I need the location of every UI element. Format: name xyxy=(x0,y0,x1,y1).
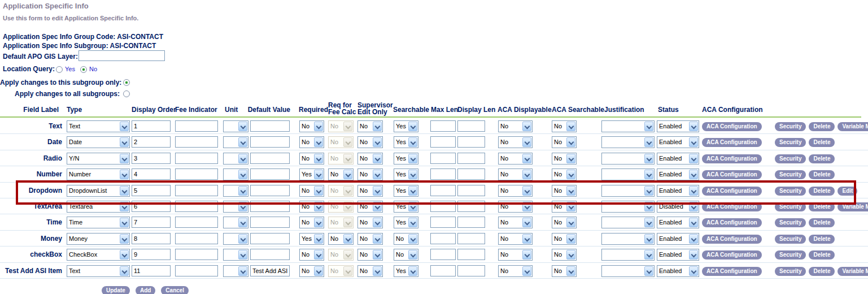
req-fee-calc-select[interactable]: No xyxy=(328,201,354,213)
type-select[interactable]: Money xyxy=(67,233,130,245)
unit-select[interactable] xyxy=(223,136,248,148)
fee-indicator-input[interactable] xyxy=(175,249,218,260)
aca-configuration-button[interactable]: ACA Configuration xyxy=(702,235,762,244)
display-order-input[interactable] xyxy=(132,185,171,196)
aca-searchable-select[interactable]: No xyxy=(552,168,577,180)
unit-select[interactable] xyxy=(223,185,248,197)
req-fee-calc-select[interactable]: No xyxy=(328,233,354,245)
aca-configuration-button[interactable]: ACA Configuration xyxy=(702,122,762,131)
security-button[interactable]: Security xyxy=(775,250,806,260)
aca-configuration-button[interactable]: ACA Configuration xyxy=(702,187,762,196)
aca-configuration-button[interactable]: ACA Configuration xyxy=(702,154,762,163)
searchable-select[interactable]: Yes xyxy=(394,185,418,197)
req-fee-calc-select[interactable]: No xyxy=(328,168,354,180)
max-len-input[interactable] xyxy=(430,201,456,212)
type-select[interactable]: DropdownList xyxy=(67,185,130,197)
justification-select[interactable] xyxy=(601,136,655,148)
type-select[interactable]: Y/N xyxy=(67,153,130,165)
aca-displayable-select[interactable]: No xyxy=(498,136,533,148)
default-value-input[interactable] xyxy=(250,120,290,132)
fee-indicator-input[interactable] xyxy=(175,136,218,148)
supervisor-edit-only-select[interactable]: No xyxy=(357,136,383,148)
type-select[interactable]: Date xyxy=(67,136,130,148)
display-len-input[interactable] xyxy=(457,201,485,212)
aca-displayable-select[interactable]: No xyxy=(498,217,533,228)
display-len-input[interactable] xyxy=(457,168,485,180)
delete-button[interactable]: Delete xyxy=(809,235,835,244)
supervisor-edit-only-select[interactable]: No xyxy=(357,201,383,213)
required-select[interactable]: Yes xyxy=(299,233,324,245)
aca-displayable-select[interactable]: No xyxy=(498,265,533,277)
type-select[interactable]: CheckBox xyxy=(67,249,130,261)
unit-select[interactable] xyxy=(223,153,248,165)
required-select[interactable]: No xyxy=(299,249,324,261)
default-value-input[interactable] xyxy=(250,265,290,276)
required-select[interactable]: No xyxy=(299,201,324,213)
display-order-input[interactable] xyxy=(132,168,171,180)
req-fee-calc-select[interactable]: No xyxy=(328,185,354,197)
aca-configuration-button[interactable]: ACA Configuration xyxy=(702,138,762,147)
fee-indicator-input[interactable] xyxy=(175,168,218,180)
default-value-input[interactable] xyxy=(250,249,290,260)
aca-configuration-button[interactable]: ACA Configuration xyxy=(702,170,762,179)
searchable-select[interactable]: No xyxy=(394,249,418,261)
max-len-input[interactable] xyxy=(430,120,456,132)
supervisor-edit-only-select[interactable]: No xyxy=(357,217,383,228)
max-len-input[interactable] xyxy=(430,185,456,196)
fee-indicator-input[interactable] xyxy=(175,217,218,228)
required-select[interactable]: Yes xyxy=(299,168,324,180)
fee-indicator-input[interactable] xyxy=(175,120,218,132)
justification-select[interactable] xyxy=(601,185,655,197)
security-button[interactable]: Security xyxy=(775,267,806,276)
display-len-input[interactable] xyxy=(457,249,485,260)
aca-displayable-select[interactable]: No xyxy=(498,233,533,245)
security-button[interactable]: Security xyxy=(775,235,806,244)
required-select[interactable]: No xyxy=(299,265,324,277)
justification-select[interactable] xyxy=(601,153,655,165)
fee-indicator-input[interactable] xyxy=(175,201,218,212)
supervisor-edit-only-select[interactable]: No xyxy=(357,153,383,165)
supervisor-edit-only-select[interactable]: No xyxy=(357,265,383,277)
unit-select[interactable] xyxy=(223,168,248,180)
status-select[interactable]: Enabled xyxy=(657,249,699,261)
unit-select[interactable] xyxy=(223,201,248,213)
security-button[interactable]: Security xyxy=(775,122,806,131)
delete-button[interactable]: Delete xyxy=(809,250,835,260)
security-button[interactable]: Security xyxy=(775,154,806,163)
fee-indicator-input[interactable] xyxy=(175,233,218,244)
req-fee-calc-select[interactable]: No xyxy=(328,265,354,277)
justification-select[interactable] xyxy=(601,249,655,261)
req-fee-calc-select[interactable]: No xyxy=(328,120,354,132)
searchable-select[interactable]: Yes xyxy=(394,201,418,213)
status-select[interactable]: Enabled xyxy=(657,168,699,180)
supervisor-edit-only-select[interactable]: No xyxy=(357,168,383,180)
justification-select[interactable] xyxy=(601,120,655,132)
aca-displayable-select[interactable]: No xyxy=(498,120,533,132)
aca-searchable-select[interactable]: No xyxy=(552,217,577,228)
add-button[interactable]: Add xyxy=(136,286,155,294)
default-value-input[interactable] xyxy=(250,168,290,180)
required-select[interactable]: No xyxy=(299,217,324,228)
fee-indicator-input[interactable] xyxy=(175,265,218,276)
type-select[interactable]: Text xyxy=(67,265,130,277)
display-len-input[interactable] xyxy=(457,136,485,148)
display-len-input[interactable] xyxy=(457,265,485,276)
aca-displayable-select[interactable]: No xyxy=(498,153,533,165)
variable-mapping-button[interactable]: Variable Mapping xyxy=(838,267,868,276)
default-value-input[interactable] xyxy=(250,201,290,212)
unit-select[interactable] xyxy=(223,233,248,245)
display-order-input[interactable] xyxy=(132,233,171,244)
max-len-input[interactable] xyxy=(430,217,456,228)
unit-select[interactable] xyxy=(223,120,248,132)
display-order-input[interactable] xyxy=(132,217,171,228)
variable-mapping-button[interactable]: Variable Mapping xyxy=(838,202,868,211)
aca-configuration-button[interactable]: ACA Configuration xyxy=(702,218,762,227)
display-order-input[interactable] xyxy=(132,201,171,212)
aca-displayable-select[interactable]: No xyxy=(498,168,533,180)
status-select[interactable]: Enabled xyxy=(657,120,699,132)
aca-searchable-select[interactable]: No xyxy=(552,265,577,277)
req-fee-calc-select[interactable]: No xyxy=(328,136,354,148)
searchable-select[interactable]: Yes xyxy=(394,217,418,228)
status-select[interactable]: Enabled xyxy=(657,153,699,165)
variable-mapping-button[interactable]: Variable Mapping xyxy=(838,122,868,131)
